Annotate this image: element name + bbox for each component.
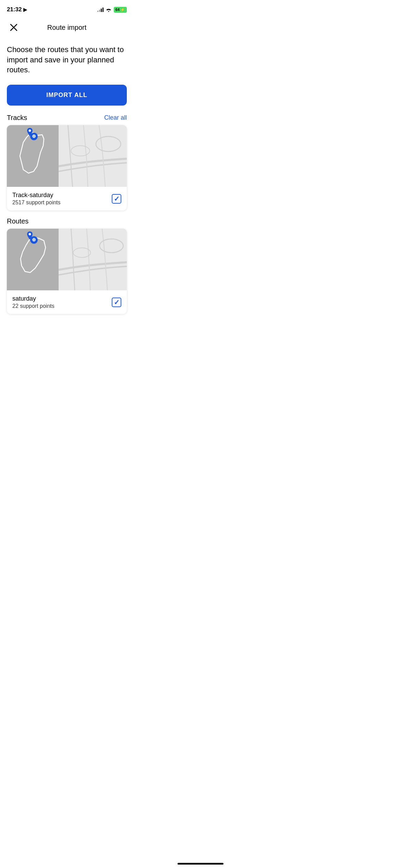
route-roads-light (59, 229, 127, 290)
map-pin-secondary-0: ⊕ (30, 133, 38, 142)
track-checkbox-0[interactable] (112, 194, 121, 204)
track-map-0: ⊕ (7, 125, 127, 187)
track-card-0: ⊕ Track-saturday 2517 support points (7, 125, 127, 210)
status-bar: 21:32 ▶ 64 ⚡ (0, 0, 134, 17)
clear-all-button[interactable]: Clear all (104, 114, 127, 121)
wifi-icon (106, 8, 112, 12)
signal-icon (97, 7, 104, 12)
main-content: Choose the routes that you want to impor… (0, 38, 134, 314)
track-card-info-0: Track-saturday 2517 support points (7, 187, 127, 210)
status-time: 21:32 ▶ (7, 6, 27, 13)
route-checkbox-0[interactable] (112, 298, 121, 307)
tracks-section-header: Tracks Clear all (7, 114, 127, 122)
tracks-title: Tracks (7, 114, 27, 122)
battery-icon: 64 ⚡ (114, 7, 127, 13)
svg-text:⊕: ⊕ (32, 133, 36, 139)
location-arrow-icon: ▶ (23, 7, 27, 12)
status-right: 64 ⚡ (97, 7, 127, 13)
time-display: 21:32 (7, 6, 22, 13)
routes-title: Routes (7, 217, 28, 225)
routes-section-header: Routes (7, 217, 127, 225)
route-name-0: saturday (12, 295, 54, 302)
track-card-text-0: Track-saturday 2517 support points (12, 192, 61, 206)
map-roads-light (59, 125, 127, 187)
route-map-light (59, 229, 127, 290)
description-text: Choose the routes that you want to impor… (7, 45, 127, 75)
route-map-0: ⊕ (7, 229, 127, 290)
map-light-area (59, 125, 127, 187)
track-name-0: Track-saturday (12, 192, 61, 199)
svg-point-9 (29, 233, 31, 236)
route-pin-secondary-0: ⊕ (30, 236, 38, 245)
svg-point-7 (99, 239, 123, 253)
svg-point-2 (96, 136, 121, 152)
route-card-info-0: saturday 22 support points (7, 290, 127, 314)
svg-text:⊕: ⊕ (32, 237, 36, 242)
route-card-0: ⊕ saturday 22 support points (7, 229, 127, 314)
page-title: Route import (47, 24, 87, 32)
route-details-0: 22 support points (12, 303, 54, 309)
track-details-0: 2517 support points (12, 200, 61, 206)
import-all-button[interactable]: IMPORT ALL (7, 85, 127, 106)
nav-header: Route import (0, 17, 134, 38)
battery-level: 64 (116, 8, 120, 12)
battery-charging: ⚡ (120, 8, 125, 12)
svg-point-4 (29, 130, 31, 132)
close-button[interactable] (7, 21, 21, 34)
svg-point-3 (71, 146, 89, 156)
route-card-text-0: saturday 22 support points (12, 295, 54, 309)
